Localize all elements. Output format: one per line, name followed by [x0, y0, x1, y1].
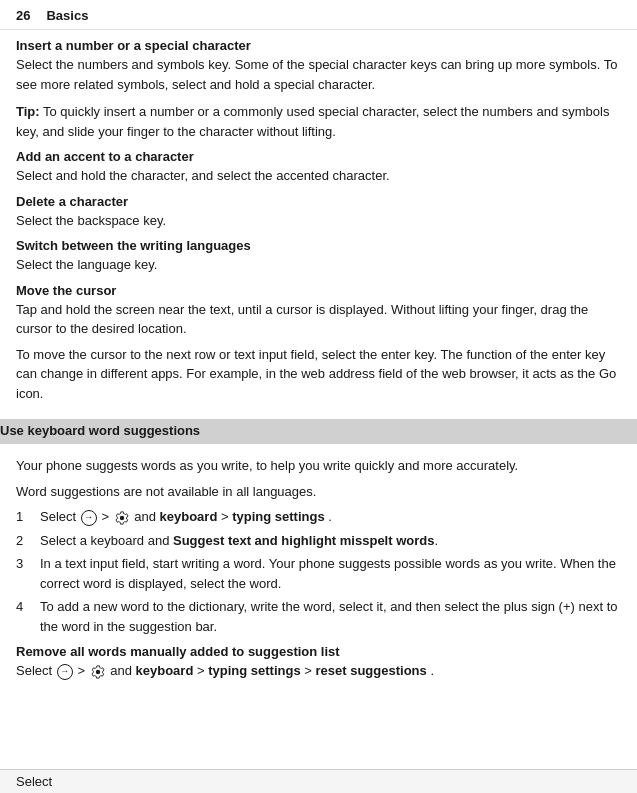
tip-label: Tip:	[16, 104, 40, 119]
text-add-accent: Select and hold the character, and selec…	[16, 168, 390, 183]
step1-gt2: >	[221, 509, 232, 524]
bottom-reset: reset suggestions	[315, 663, 426, 678]
step2-prefix: Select a keyboard and	[40, 533, 173, 548]
text-move-cursor-2: To move the cursor to the next row or te…	[16, 345, 621, 404]
bottom-section: Remove all words manually added to sugge…	[16, 644, 621, 681]
tip-section: Tip: To quickly insert a number or a com…	[16, 102, 621, 141]
highlight-intro1: Your phone suggests words as you write, …	[16, 456, 621, 476]
step2-period: .	[434, 533, 438, 548]
section-insert-special: Insert a number or a special character S…	[16, 38, 621, 94]
step1-select: Select	[40, 509, 80, 524]
section-delete-char: Delete a character Select the backspace …	[16, 194, 621, 231]
step-content-4: To add a new word to the dictionary, wri…	[40, 597, 621, 636]
section-switch-writing: Switch between the writing languages Sel…	[16, 238, 621, 275]
bottom-typing: typing settings	[208, 663, 300, 678]
highlight-section: Use keyboard word suggestions	[0, 419, 637, 444]
heading-switch-writing: Switch between the writing languages	[16, 238, 621, 253]
bottom-heading: Remove all words manually added to sugge…	[16, 644, 621, 659]
highlight-heading: Use keyboard word suggestions	[0, 423, 637, 438]
bottom-gt3: >	[304, 663, 315, 678]
steps-list: 1 Select → > and keyboard > typing s	[16, 507, 621, 636]
page-number: 26	[16, 8, 30, 23]
section-move-cursor: Move the cursor Tap and hold the screen …	[16, 283, 621, 404]
text-switch-writing: Select the language key.	[16, 257, 157, 272]
heading-add-accent: Add an accent to a character	[16, 149, 621, 164]
page-header: 26 Basics	[0, 0, 637, 30]
step-num-3: 3	[16, 554, 40, 593]
list-item: 4 To add a new word to the dictionary, w…	[16, 597, 621, 636]
step-content-1: Select → > and keyboard > typing setting…	[40, 507, 621, 527]
arrow-circle-icon-2: →	[57, 664, 73, 680]
step1-typing: typing settings	[232, 509, 324, 524]
step-content-2: Select a keyboard and Suggest text and h…	[40, 531, 621, 551]
heading-delete-char: Delete a character	[16, 194, 621, 209]
step2-suggest: Suggest text and highlight misspelt word…	[173, 533, 434, 548]
gear-icon-1	[114, 510, 130, 526]
step1-and: and	[134, 509, 159, 524]
bottom-period: .	[430, 663, 434, 678]
text-move-cursor-1: Tap and hold the screen near the text, u…	[16, 300, 621, 339]
tip-text: To quickly insert a number or a commonly…	[16, 104, 609, 139]
step-content-3: In a text input field, start writing a w…	[40, 554, 621, 593]
heading-move-cursor: Move the cursor	[16, 283, 621, 298]
bottom-text: Select → > and keyboard > typing setting…	[16, 661, 621, 681]
list-item: 1 Select → > and keyboard > typing s	[16, 507, 621, 527]
text-delete-char: Select the backspace key.	[16, 213, 166, 228]
step1-period: .	[328, 509, 332, 524]
section-add-accent: Add an accent to a character Select and …	[16, 149, 621, 186]
step-num-1: 1	[16, 507, 40, 527]
bottom-bar: Select	[0, 769, 637, 793]
gear-icon-2	[90, 664, 106, 680]
content-area: Insert a number or a special character S…	[0, 30, 637, 419]
arrow-circle-icon-1: →	[81, 510, 97, 526]
section-text-insert: Select the numbers and symbols key. Some…	[16, 57, 617, 92]
list-item: 2 Select a keyboard and Suggest text and…	[16, 531, 621, 551]
page-container: 26 Basics Insert a number or a special c…	[0, 0, 637, 695]
bottom-select-label[interactable]: Select	[16, 774, 52, 789]
highlight-content: Your phone suggests words as you write, …	[0, 448, 637, 695]
step-num-4: 4	[16, 597, 40, 636]
step1-gt1: >	[101, 509, 112, 524]
list-item: 3 In a text input field, start writing a…	[16, 554, 621, 593]
page-title: Basics	[46, 8, 88, 23]
section-heading-insert: Insert a number or a special character	[16, 38, 621, 53]
step-num-2: 2	[16, 531, 40, 551]
step1-keyboard: keyboard	[160, 509, 218, 524]
bottom-gt1: >	[77, 663, 88, 678]
highlight-intro2: Word suggestions are not available in al…	[16, 482, 621, 502]
bottom-select: Select	[16, 663, 56, 678]
bottom-gt2: >	[197, 663, 208, 678]
bottom-and: and	[110, 663, 135, 678]
bottom-keyboard: keyboard	[136, 663, 194, 678]
